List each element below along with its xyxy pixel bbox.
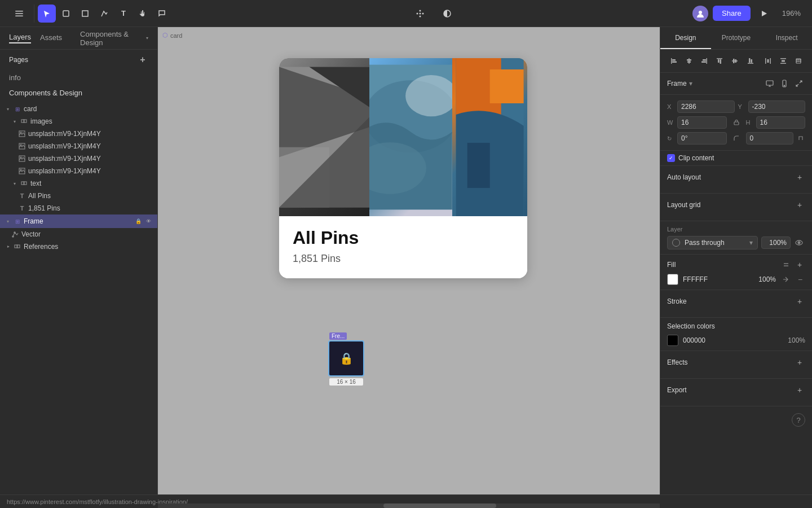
hand-tool-button[interactable] [134,5,152,23]
opacity-input[interactable] [761,237,791,249]
lock-ratio-button[interactable] [730,116,743,129]
add-export-button[interactable]: + [794,384,805,396]
layer-section-title: Layer [667,226,805,233]
page-info[interactable]: info [0,70,157,85]
tab-assets[interactable]: Assets [40,33,62,43]
align-right-button[interactable] [698,54,710,68]
add-stroke-button[interactable]: + [794,296,805,307]
distribute-v-button[interactable] [777,54,790,68]
canvas-area[interactable]: ⬡ card [158,27,660,508]
align-left-button[interactable] [667,54,680,68]
add-page-button[interactable]: + [137,54,148,65]
canvas-scrollbar-thumb[interactable] [383,503,496,508]
layer-img1[interactable]: unsplash:mV9-1XjnM4Y [0,128,157,140]
svg-rect-66 [766,81,773,85]
fill-hex-value: FFFFFF [683,275,751,283]
svg-rect-61 [767,59,769,63]
rotation-input[interactable] [677,132,727,144]
add-auto-layout-button[interactable]: + [794,172,805,183]
card-title: All Pins [293,227,514,248]
auto-layout-title: Auto layout [667,173,701,181]
corner-mode-button[interactable] [796,132,805,144]
play-button[interactable] [755,5,773,23]
layer-frame-actions: 🔒 👁 [134,217,153,226]
tidy-up-button[interactable] [792,54,805,68]
resources-button[interactable] [411,5,429,23]
frame-tool-button[interactable] [57,5,75,23]
layer-img2[interactable]: unsplash:mV9-1XjnM4Y [0,140,157,152]
align-bottom-button[interactable] [744,54,757,68]
layer-visibility-button[interactable]: 👁 [144,217,153,226]
svg-point-8 [416,12,418,14]
clip-content-checkbox[interactable]: ✓ [667,154,675,162]
y-input[interactable] [748,100,806,113]
tab-layers[interactable]: Layers [9,33,31,43]
frame-mobile-button[interactable] [778,77,791,90]
frame-resize-button[interactable] [793,77,805,90]
svg-rect-4 [82,11,88,16]
layer-images-group[interactable]: ▾ images [0,115,157,128]
distribute-h-button[interactable] [761,54,774,68]
h-input[interactable] [756,116,806,129]
layer-lock-button[interactable]: 🔒 [134,217,143,226]
add-fill-button[interactable]: + [794,259,805,270]
tab-prototype[interactable]: Prototype [711,27,762,49]
comment-tool-button[interactable] [153,5,171,23]
layer-img3[interactable]: unsplash:mV9-1XjnM4Y [0,152,157,165]
stroke-title: Stroke [667,297,687,305]
fill-expand-button[interactable] [780,259,792,270]
select-tool-button[interactable] [38,5,56,23]
small-frame-inner: Fre... 🔒 16 × 16 [328,340,364,376]
align-center-h-button[interactable] [682,54,695,68]
share-button[interactable]: Share [713,6,751,21]
blend-mode-select[interactable]: Pass through ▾ [667,236,758,249]
corner-input[interactable] [746,132,794,144]
right-panel-tabs: Design Prototype Inspect [660,27,812,50]
position-section: X Y W H [660,95,812,151]
add-effect-button[interactable]: + [794,357,805,368]
svg-point-7 [419,15,421,17]
layer-vector[interactable]: Vector [0,228,157,240]
tab-inspect[interactable]: Inspect [761,27,812,49]
layer-card[interactable]: ▾ ⊞ card [0,103,157,115]
tab-design[interactable]: Design [660,27,711,49]
svg-rect-46 [687,62,691,63]
effects-title: Effects [667,358,687,366]
layer-text-group[interactable]: ▾ text [0,177,157,190]
svg-point-25 [14,232,15,233]
layer-frame[interactable]: ▾ ⊞ Frame 🔒 👁 [0,214,157,228]
align-center-v-button[interactable] [729,54,742,68]
fill-style-button[interactable] [780,274,791,284]
align-top-button[interactable] [713,54,726,68]
frame-desktop-button[interactable] [764,77,776,90]
w-input[interactable] [677,116,727,129]
frame-section-header: Frame ▾ [660,73,812,95]
x-input[interactable] [677,100,735,113]
help-button[interactable]: ? [792,413,805,427]
xy-row: X Y [667,100,805,113]
vector-tool-button[interactable] [95,5,113,23]
layer-references[interactable]: ▾ References [0,240,157,253]
page-components-design[interactable]: Components & Design [0,85,157,100]
app-menu-button[interactable] [10,5,28,23]
svg-point-9 [422,12,423,14]
shape-tool-button[interactable] [76,5,94,23]
layer-text-1851[interactable]: T 1,851 Pins [0,202,157,214]
canvas-card-label: ⬡ card [162,32,182,39]
layer-text-allpins[interactable]: T All Pins [0,190,157,202]
theme-toggle-button[interactable] [438,5,456,23]
selection-color-row: 000000 100% [667,335,805,346]
layer-img4[interactable]: unsplash:mV9-1XjnM4Y [0,165,157,177]
small-frame-element[interactable]: Fre... 🔒 16 × 16 [328,340,364,376]
fill-color-swatch[interactable] [667,274,678,285]
export-section: Export + [660,379,812,406]
frame-dropdown-icon[interactable]: ▾ [689,80,692,87]
remove-fill-button[interactable]: − [795,274,805,284]
text-tool-button[interactable]: T [114,5,133,23]
tab-components-design[interactable]: Components & Design ▾ [80,30,148,47]
layer-visibility-button[interactable] [793,237,805,249]
layer-text-1851-label: 1,851 Pins [28,204,153,212]
selection-color-swatch[interactable] [667,335,678,346]
add-layout-grid-button[interactable]: + [794,199,805,211]
auto-layout-header: Auto layout + [667,172,805,183]
